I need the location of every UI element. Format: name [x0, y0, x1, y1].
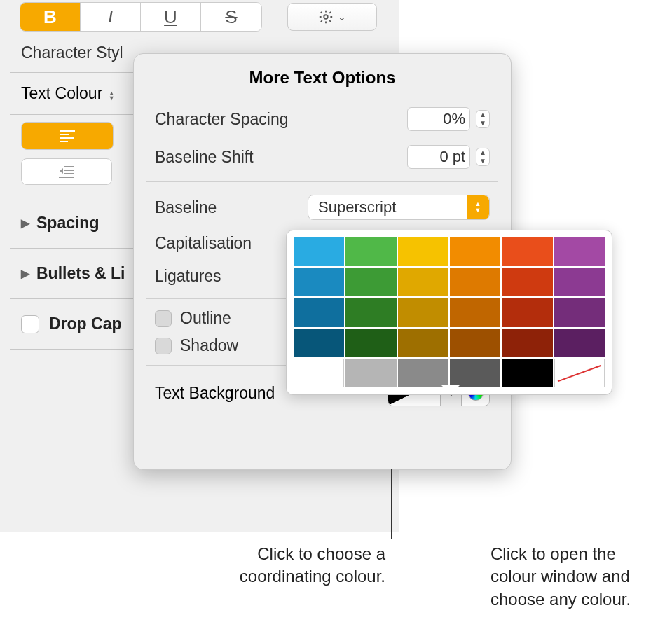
decrease-indent-icon	[59, 165, 74, 178]
baseline-row: Baseline Superscript ▲▼	[134, 188, 511, 227]
dropcap-label: Drop Cap	[49, 314, 122, 333]
colour-swatch[interactable]	[502, 268, 552, 296]
svg-rect-3	[64, 173, 74, 174]
baseline-label: Baseline	[155, 198, 217, 217]
bullets-label: Bullets & Li	[36, 264, 125, 283]
callout-right: Click to open the colour window and choo…	[491, 543, 659, 611]
text-colour-label: Text Colour	[21, 84, 102, 102]
colour-swatch[interactable]	[554, 298, 605, 326]
character-spacing-label: Character Spacing	[155, 110, 289, 129]
svg-rect-4	[59, 177, 74, 178]
italic-button[interactable]: I	[81, 3, 141, 31]
chevron-down-icon: ⌄	[338, 11, 346, 22]
baseline-shift-row: Baseline Shift 0 pt ▲▼	[134, 138, 511, 176]
colour-swatch[interactable]	[345, 268, 396, 296]
text-colour-stepper[interactable]: ▲▼	[109, 91, 115, 101]
callout-left: Click to choose a coordinating colour.	[175, 543, 385, 588]
text-background-label: Text Background	[155, 384, 275, 403]
colour-swatch[interactable]	[450, 237, 500, 266]
colour-swatch[interactable]	[554, 329, 605, 357]
disclosure-triangle-icon: ▶	[21, 216, 29, 230]
colour-swatch[interactable]	[450, 268, 500, 296]
shadow-label: Shadow	[180, 336, 238, 355]
colour-swatch[interactable]	[502, 237, 552, 266]
baseline-shift-label: Baseline Shift	[155, 148, 254, 167]
colour-swatch[interactable]	[502, 298, 552, 326]
svg-rect-1	[64, 166, 74, 167]
popover-title: More Text Options	[134, 54, 511, 100]
colour-swatch[interactable]	[294, 268, 344, 296]
select-arrows-icon: ▲▼	[467, 195, 489, 219]
baseline-select[interactable]: Superscript ▲▼	[308, 195, 490, 220]
colour-swatch[interactable]	[398, 329, 448, 357]
colour-swatch[interactable]	[398, 268, 448, 296]
decrease-indent-button[interactable]	[21, 158, 112, 185]
colour-swatch[interactable]	[398, 359, 448, 387]
svg-rect-2	[64, 170, 74, 171]
colour-swatch[interactable]	[502, 359, 552, 387]
swatch-grid	[294, 237, 605, 387]
baseline-shift-field[interactable]: 0 pt	[407, 145, 470, 169]
divider	[146, 181, 498, 182]
character-spacing-stepper[interactable]: ▲▼	[476, 110, 490, 128]
align-left-button[interactable]	[22, 123, 113, 149]
shadow-checkbox[interactable]	[155, 338, 172, 354]
outline-checkbox[interactable]	[155, 310, 172, 327]
colour-swatch[interactable]	[554, 237, 605, 266]
style-segmented-control: B I U S	[20, 2, 262, 32]
colour-swatch-popup	[286, 230, 612, 395]
outline-label: Outline	[180, 309, 231, 328]
character-spacing-field[interactable]: 0%	[407, 107, 470, 131]
colour-swatch[interactable]	[450, 298, 500, 326]
callout-line	[391, 469, 392, 539]
strikethrough-button[interactable]: S	[201, 3, 261, 31]
colour-swatch[interactable]	[398, 298, 448, 326]
more-options-button[interactable]: ⌄	[287, 3, 377, 31]
no-colour-swatch[interactable]	[554, 359, 605, 387]
spacing-label: Spacing	[36, 214, 99, 233]
colour-swatch[interactable]	[502, 329, 552, 357]
callout-line	[484, 469, 484, 539]
colour-swatch[interactable]	[398, 237, 448, 266]
colour-swatch[interactable]	[345, 237, 396, 266]
colour-swatch[interactable]	[450, 359, 500, 387]
colour-swatch[interactable]	[294, 359, 344, 387]
svg-marker-5	[60, 168, 63, 174]
colour-swatch[interactable]	[345, 359, 396, 387]
colour-swatch[interactable]	[554, 268, 605, 296]
align-left-icon	[60, 130, 75, 142]
colour-swatch[interactable]	[345, 329, 396, 357]
character-spacing-row: Character Spacing 0% ▲▼	[134, 100, 511, 138]
gear-icon	[318, 9, 334, 25]
dropcap-checkbox[interactable]	[21, 315, 39, 333]
ligatures-label: Ligatures	[155, 267, 221, 286]
underline-button[interactable]: U	[141, 3, 201, 31]
colour-swatch[interactable]	[294, 329, 344, 357]
bold-button[interactable]: B	[20, 3, 81, 31]
svg-point-0	[324, 15, 328, 19]
colour-swatch[interactable]	[294, 298, 344, 326]
colour-swatch[interactable]	[345, 298, 396, 326]
colour-swatch[interactable]	[294, 237, 344, 266]
capitalisation-label: Capitalisation	[155, 234, 252, 253]
text-style-buttons: B I U S ⌄	[0, 0, 399, 34]
colour-swatch[interactable]	[450, 329, 500, 357]
alignment-segmented-control	[21, 122, 114, 150]
disclosure-triangle-icon: ▶	[21, 267, 29, 280]
baseline-shift-stepper[interactable]: ▲▼	[476, 148, 490, 166]
